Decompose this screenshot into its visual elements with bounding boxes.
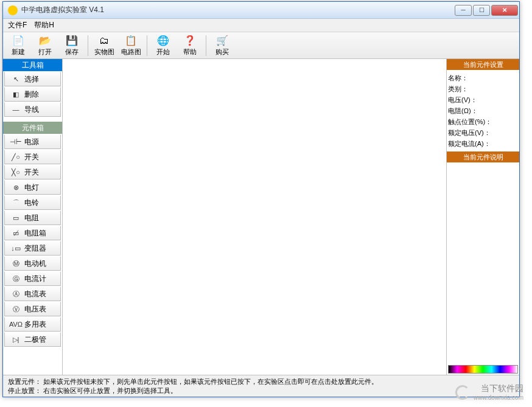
comp-switch2[interactable]: ╳○开关 (4, 165, 61, 179)
wire-tool-icon: — (7, 106, 24, 113)
comp-rheostat[interactable]: ↓▭变阻器 (4, 241, 61, 256)
desc-body (447, 162, 519, 364)
comp-voltmeter-label: 电压表 (24, 304, 46, 315)
canvas-area[interactable] (63, 59, 446, 375)
status-line1: 放置元件： 如果该元件按钮未按下，则先单击此元件按钮，如果该元件按钮已按下，在实… (8, 377, 514, 386)
comp-galvanometer-icon: Ⓖ (7, 274, 24, 284)
right-panel: 当前元件设置 名称：类别：电压(V)：电阻(Ω)：触点位置(%)：额定电压(V)… (446, 59, 519, 375)
help-button[interactable]: ❓帮助 (177, 33, 203, 58)
watermark-url: www.downxia.com (474, 394, 523, 401)
watermark-logo-icon (455, 385, 470, 400)
comp-rheostat-icon: ↓▭ (7, 245, 24, 252)
real-view-button-icon: 🗂 (98, 35, 110, 47)
comp-multimeter[interactable]: AVΩ多用表 (4, 317, 61, 332)
color-picker[interactable] (448, 365, 518, 374)
toolbox-header: 工具箱 (3, 59, 62, 71)
comp-power[interactable]: ⊣⊢电源 (4, 134, 61, 149)
wire-tool-label: 导线 (24, 105, 39, 115)
comp-bell[interactable]: ⌒电铃 (4, 195, 61, 210)
watermark: 当下软件园 www.downxia.com (455, 383, 523, 401)
close-button[interactable]: ✕ (491, 5, 518, 16)
comp-lamp-icon: ⊗ (7, 184, 24, 192)
comp-resistor[interactable]: ▭电阻 (4, 210, 61, 225)
comp-motor[interactable]: Ⓜ电动机 (4, 256, 61, 271)
comp-ammeter-icon: Ⓐ (7, 290, 24, 299)
desc-header: 当前元件说明 (447, 151, 519, 162)
start-button-label: 开始 (156, 47, 170, 57)
compbox-header: 元件箱 (3, 122, 62, 134)
comp-lamp-label: 电灯 (24, 183, 39, 193)
buy-button[interactable]: 🛒购买 (209, 33, 235, 58)
comp-resistor-label: 电阻 (24, 213, 39, 223)
left-panel: 工具箱 ↖选择◧删除—导线 元件箱 ⊣⊢电源╱○开关╳○开关⊗电灯⌒电铃▭电阻▭… (3, 59, 63, 375)
start-button-icon: 🌐 (157, 35, 169, 47)
schematic-button-icon: 📋 (125, 35, 137, 47)
app-icon (8, 5, 18, 15)
comp-resistor-box-label: 电阻箱 (24, 228, 46, 238)
save-button-label: 保存 (65, 47, 79, 57)
wire-tool[interactable]: —导线 (4, 102, 61, 117)
comp-switch1[interactable]: ╱○开关 (4, 150, 61, 164)
toolbar-separator (206, 35, 206, 56)
titlebar: 中学电路虚拟实验室 V4.1 ─ ☐ ✕ (3, 2, 519, 19)
maximize-button[interactable]: ☐ (473, 5, 490, 16)
select-tool-label: 选择 (24, 74, 39, 85)
delete-tool[interactable]: ◧删除 (4, 87, 61, 102)
comp-power-icon: ⊣⊢ (7, 138, 24, 146)
comp-motor-icon: Ⓜ (7, 259, 24, 268)
comp-voltmeter[interactable]: Ⓥ电压表 (4, 302, 61, 316)
menu-file[interactable]: 文件F (8, 20, 27, 30)
open-button[interactable]: 📂打开 (32, 33, 58, 58)
comp-diode-icon: ▷| (7, 336, 24, 344)
help-button-label: 帮助 (183, 47, 197, 57)
open-button-label: 打开 (38, 47, 52, 57)
comp-power-label: 电源 (24, 137, 39, 147)
comp-lamp[interactable]: ⊗电灯 (4, 180, 61, 195)
comp-resistor-icon: ▭ (7, 214, 24, 222)
comp-ammeter[interactable]: Ⓐ电流表 (4, 287, 61, 301)
comp-resistor-box-icon: ▭̸ (7, 229, 24, 237)
comp-switch2-icon: ╳○ (7, 169, 24, 176)
prop-row-2: 电压(V)： (448, 94, 518, 105)
body-area: 工具箱 ↖选择◧删除—导线 元件箱 ⊣⊢电源╱○开关╳○开关⊗电灯⌒电铃▭电阻▭… (3, 59, 519, 375)
save-button-icon: 💾 (66, 35, 78, 47)
comp-multimeter-label: 多用表 (24, 319, 46, 330)
comp-galvanometer-label: 电流计 (24, 274, 46, 284)
select-tool[interactable]: ↖选择 (4, 72, 61, 86)
select-tool-icon: ↖ (7, 75, 24, 83)
delete-tool-label: 删除 (24, 89, 39, 100)
comp-voltmeter-icon: Ⓥ (7, 305, 24, 314)
statusbar: 放置元件： 如果该元件按钮未按下，则先单击此元件按钮，如果该元件按钮已按下，在实… (3, 375, 519, 397)
prop-row-1: 类别： (448, 83, 518, 94)
app-window: 中学电路虚拟实验室 V4.1 ─ ☐ ✕ 文件F 帮助H 📄新建📂打开💾保存🗂实… (2, 1, 520, 397)
schematic-button-label: 电路图 (121, 47, 141, 57)
new-button[interactable]: 📄新建 (5, 33, 31, 58)
comp-galvanometer[interactable]: Ⓖ电流计 (4, 271, 61, 286)
prop-row-0: 名称： (448, 72, 518, 83)
start-button[interactable]: 🌐开始 (150, 33, 176, 58)
comp-bell-icon: ⌒ (7, 198, 24, 207)
real-view-button[interactable]: 🗂实物图 (91, 33, 117, 58)
save-button[interactable]: 💾保存 (59, 33, 85, 58)
minimize-button[interactable]: ─ (455, 5, 472, 16)
comp-bell-label: 电铃 (24, 198, 39, 208)
comp-switch1-label: 开关 (24, 152, 39, 162)
schematic-button[interactable]: 📋电路图 (118, 33, 144, 58)
toolbar-separator (88, 35, 88, 56)
menu-help[interactable]: 帮助H (34, 20, 54, 30)
open-button-icon: 📂 (39, 35, 51, 47)
comp-diode[interactable]: ▷|二极管 (4, 332, 61, 347)
comp-ammeter-label: 电流表 (24, 289, 46, 299)
toolbar-separator (147, 35, 147, 56)
comp-switch1-icon: ╱○ (7, 153, 24, 161)
help-button-icon: ❓ (184, 35, 196, 47)
comp-rheostat-label: 变阻器 (24, 243, 46, 254)
comp-resistor-box[interactable]: ▭̸电阻箱 (4, 226, 61, 240)
status-line2: 停止放置： 右击实验区可停止放置，并切换到选择工具。 (8, 386, 514, 395)
menubar: 文件F 帮助H (3, 19, 519, 32)
props-header: 当前元件设置 (447, 59, 519, 70)
buy-button-label: 购买 (215, 47, 229, 57)
watermark-cn: 当下软件园 (474, 383, 523, 394)
prop-row-3: 电阻(Ω)： (448, 105, 518, 116)
toolbar: 📄新建📂打开💾保存🗂实物图📋电路图🌐开始❓帮助🛒购买 (3, 32, 519, 59)
